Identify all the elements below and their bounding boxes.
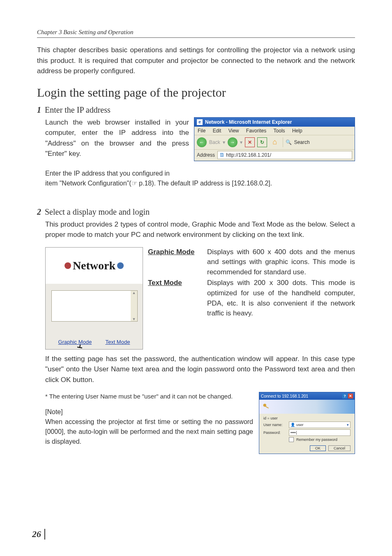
page-icon: 🖺 [219,152,224,158]
auth-dialog: Connect to 192.168.1.201 ? ✕ id = user U… [259,392,355,454]
mode-select-window: Network ▲▼ Graphic Mode Text Mode [45,247,143,350]
scrollbar-icon[interactable]: ▲▼ [131,291,137,321]
cancel-button[interactable]: Cancel [328,445,350,451]
ie-toolbar: ← Back ▾ → ▾ ✕ ↻ ⌂ 🔍 Search [194,135,355,150]
step2-body: This product provides 2 types of control… [45,219,355,240]
auth-paragraph: If the setting page has set the password… [45,354,355,385]
username-value: user [296,423,304,427]
text-mode-link[interactable]: Text Mode [105,339,130,345]
network-logo-area: Network [46,248,143,284]
auth-realm: id = user [263,416,350,420]
logo-dot-right-top [117,262,124,269]
password-value: •••• [291,431,296,435]
mode-def-graphic: Displays with 600 x 400 dots and the men… [207,247,355,278]
step1-number: 1 [37,105,41,114]
password-input[interactable]: ••••| [289,429,350,436]
home-icon[interactable]: ⌂ [270,137,280,148]
intro-paragraph: This chapter describes basic operations … [37,45,355,76]
forward-icon[interactable]: → [228,137,238,147]
help-icon[interactable]: ? [342,394,347,398]
mode-term-text: Text Mode [148,278,201,319]
menu-file[interactable]: File [198,128,205,134]
back-icon[interactable]: ← [197,137,207,147]
address-input[interactable]: 🖺 http://192.168.1.201/ [217,151,352,159]
ie-logo-icon: e [197,119,203,125]
section-title: Login the setting page of the projector [37,86,355,100]
chapter-header: Chapter 3 Basic Setting and Operation [37,29,355,38]
mode-def-text: Displays with 200 x 300 dots. This mode … [207,278,355,319]
remember-label: Remember my password [296,438,337,442]
note-body: When accessing the projector at first ti… [45,417,253,447]
auth-title: Connect to 192.168.1.201 [261,394,308,398]
ok-button[interactable]: OK [310,445,326,451]
address-value: http://192.168.1.201/ [226,152,271,158]
forward-dropdown-icon[interactable]: ▾ [240,139,242,145]
step1-body: Launch the web browser installed in your… [45,117,189,159]
svg-rect-1 [265,406,269,408]
toolbar-separator [283,137,283,147]
ie-menubar: File Edit View Favorites Tools Help [194,127,355,135]
username-note: * The entering User Name must be "user" … [45,392,253,401]
refresh-icon[interactable]: ↻ [257,137,267,147]
step2-title: Select a display mode and login [45,207,150,216]
keys-icon [262,402,271,411]
ie-titlebar: e Network - Microsoft Internet Explorer [194,118,355,127]
document-page: Chapter 3 Basic Setting and Operation Th… [0,0,392,556]
step1-title: Enter the IP address [45,105,111,114]
username-label: User name: [263,423,286,427]
auth-banner [259,400,355,414]
menu-help[interactable]: Help [292,128,302,134]
step1-heading: 1 Enter the IP address [37,105,355,115]
menu-view[interactable]: View [228,128,239,134]
search-label: Search [294,139,310,145]
step2-number: 2 [37,207,41,216]
network-logo-text: Network [73,259,115,272]
step1-continuation-b: item "Network Configuration"(☞ p.18). Th… [45,178,355,188]
auth-titlebar: Connect to 192.168.1.201 ? ✕ [259,392,355,400]
ie-address-bar: Address 🖺 http://192.168.1.201/ [194,150,355,161]
user-icon: 👤 [291,423,295,427]
remember-checkbox[interactable] [289,437,294,442]
password-label: Password: [263,431,286,435]
note-label: [Note] [45,407,253,417]
logo-dot-left-top [65,262,71,269]
back-dropdown-icon[interactable]: ▾ [223,139,225,145]
page-number: 26 [32,529,45,540]
back-label: Back [209,139,220,145]
ie-window: e Network - Microsoft Internet Explorer … [194,117,355,161]
search-icon[interactable]: 🔍 [286,139,292,145]
menu-tools[interactable]: Tools [274,128,285,134]
menu-edit[interactable]: Edit [213,128,221,134]
menu-favorites[interactable]: Favorites [246,128,266,134]
step2-heading: 2 Select a display mode and login [37,207,355,217]
language-select[interactable]: ▲▼ [51,290,138,322]
close-icon[interactable]: ✕ [348,394,353,398]
stop-icon[interactable]: ✕ [245,137,255,147]
step1-continuation-a: Enter the IP address that you configured… [45,169,355,178]
ie-title-text: Network - Microsoft Internet Explorer [205,119,292,125]
address-label: Address [197,152,215,158]
graphic-mode-link[interactable]: Graphic Mode [58,339,92,345]
mode-term-graphic: Graphic Mode [148,247,201,278]
username-input[interactable]: 👤 user [289,422,350,428]
